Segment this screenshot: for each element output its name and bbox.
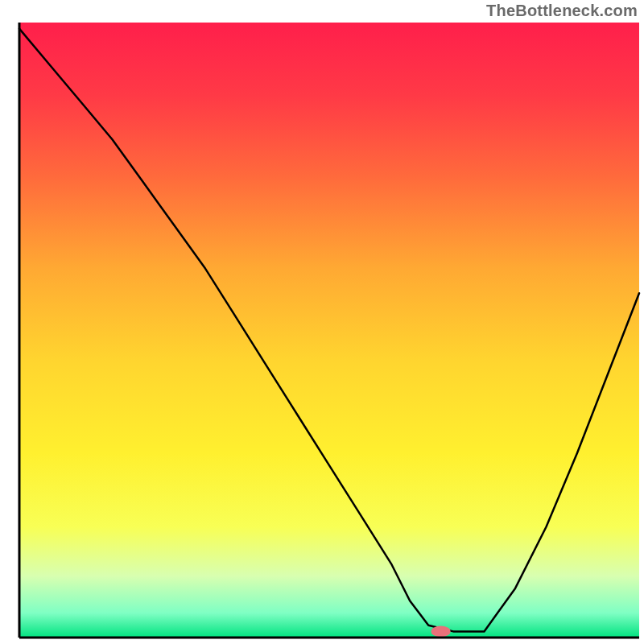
chart-canvas — [0, 0, 644, 644]
optimal-marker — [431, 625, 451, 637]
chart-background — [19, 23, 639, 638]
watermark-label: TheBottleneck.com — [486, 2, 638, 20]
bottleneck-chart: TheBottleneck.com — [0, 0, 644, 644]
